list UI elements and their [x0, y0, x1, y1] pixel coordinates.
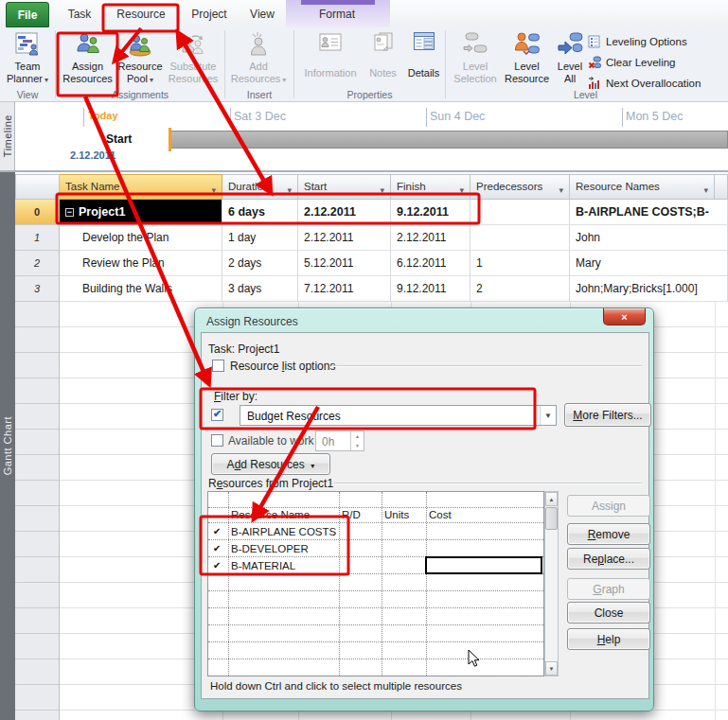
resources-cell[interactable]: Mary [570, 251, 728, 276]
replace-button[interactable]: Replace... [567, 548, 650, 570]
details-button[interactable]: Details [402, 29, 445, 88]
team-planner-button[interactable]: TeamPlanner▾ [1, 29, 54, 88]
spinner-down-icon[interactable]: ▼ [350, 441, 364, 450]
level-all-button[interactable]: LevelAll [552, 29, 588, 88]
tab-view[interactable]: View [239, 2, 286, 26]
column-filter-caret-icon[interactable]: ▾ [211, 185, 216, 195]
selected-cost-cell[interactable] [425, 556, 542, 574]
predecessors-cell[interactable]: 2 [471, 276, 570, 302]
grid-empty-row[interactable] [208, 659, 543, 676]
finish-cell[interactable]: 9.12.2011 [391, 276, 471, 302]
msproject-window: File Task Resource Project View Format [0, 0, 728, 720]
duration-cell[interactable]: 1 day [222, 225, 298, 251]
row-number[interactable]: 0 [15, 200, 60, 225]
leveling-options-icon [588, 35, 601, 48]
close-button[interactable]: Close [567, 602, 650, 623]
timeline-span-bar[interactable] [169, 131, 728, 149]
start-cell[interactable]: 5.12.2011 [298, 251, 391, 276]
column-header-predecessors[interactable]: Predecessors▾ [471, 174, 570, 200]
next-overallocation-icon [588, 77, 601, 90]
finish-cell[interactable]: 6.12.2011 [391, 251, 471, 276]
leveling-options-button[interactable]: Leveling Options [588, 32, 726, 50]
duration-cell[interactable]: 6 days [222, 200, 298, 225]
finish-cell[interactable]: 9.12.2011 [391, 200, 471, 225]
resources-cell[interactable]: John [570, 225, 728, 251]
start-cell[interactable]: 2.12.2011 [298, 200, 391, 225]
tab-task[interactable]: Task [55, 2, 104, 26]
row-number[interactable]: 1 [15, 225, 60, 251]
resource-name: B-DEVELOPER [231, 543, 309, 554]
task-cell[interactable]: Building the Walls [60, 276, 222, 302]
resources-cell[interactable]: B-AIRPLANE COSTS;B- [570, 200, 728, 225]
duration-cell[interactable]: 3 days [222, 276, 298, 302]
column-filter-caret-icon[interactable]: ▾ [703, 185, 708, 195]
assign-resources-button[interactable]: AssignResources [59, 29, 116, 88]
resources-cell[interactable]: John;Mary;Bricks[1.000] [570, 276, 728, 302]
scroll-down-icon[interactable]: ▼ [545, 661, 558, 676]
grid-empty-row[interactable] [208, 608, 543, 625]
column-filter-caret-icon[interactable]: ▾ [459, 185, 464, 195]
work-value: 0h [322, 435, 334, 448]
tab-project[interactable]: Project [180, 2, 239, 26]
available-to-work-checkbox[interactable] [211, 434, 223, 447]
assign-button: Assign [567, 495, 650, 517]
work-spinner[interactable]: 0h ▲ ▼ [315, 430, 364, 451]
close-icon[interactable]: × [603, 308, 646, 325]
resource-row[interactable]: ✔ B-DEVELOPER [208, 540, 543, 557]
spinner-up-icon[interactable]: ▲ [350, 431, 364, 441]
clear-leveling-button[interactable]: Clear Leveling [588, 53, 726, 71]
task-cell[interactable]: Review the Plan [60, 251, 222, 276]
resource-list-options-label[interactable]: Resource list options [230, 360, 335, 373]
available-to-work-label: Available to work [228, 434, 314, 448]
add-resources-dropdown-button[interactable]: Add Resources ▾ [211, 453, 330, 475]
column-filter-caret-icon[interactable]: ▾ [559, 185, 563, 195]
predecessors-cell[interactable] [471, 200, 570, 225]
column-header-task-name[interactable]: Task Name▾ [60, 174, 222, 200]
predecessors-cell[interactable]: 1 [471, 251, 570, 276]
resource-list-options-expander[interactable] [212, 360, 224, 372]
row-number[interactable]: 3 [15, 276, 60, 302]
predecessors-cell[interactable] [471, 225, 570, 251]
level-resource-button[interactable]: LevelResource [502, 29, 552, 88]
dialog-title[interactable]: Assign Resources [206, 315, 298, 328]
assign-resources-icon [59, 31, 116, 58]
start-cell[interactable]: 2.12.2011 [298, 225, 391, 251]
grid-scrollbar[interactable]: ▲ ▼ [544, 491, 559, 676]
grid-empty-row[interactable] [208, 625, 543, 642]
column-filter-caret-icon[interactable]: ▾ [287, 185, 292, 195]
grid-empty-row[interactable] [208, 591, 543, 608]
timeline-pane-label[interactable]: Timeline [0, 102, 15, 170]
column-header-resource-names[interactable]: Resource Names▾ [570, 174, 715, 200]
timeline-date: Mon 5 Dec [626, 110, 683, 123]
finish-cell[interactable]: 2.12.2011 [391, 225, 471, 251]
filter-by-checkbox[interactable] [211, 409, 223, 421]
timeline-today-marker [169, 128, 171, 151]
help-button[interactable]: Help [567, 628, 650, 650]
resource-row[interactable]: ✔ B-AIRPLANE COSTS [208, 523, 543, 540]
row-number[interactable]: 2 [15, 251, 60, 276]
duration-cell[interactable]: 2 days [222, 251, 298, 276]
tab-resource[interactable]: Resource [106, 2, 176, 26]
filter-combobox[interactable]: Budget Resources ▼ [240, 405, 557, 426]
column-header-start[interactable]: Start▾ [298, 174, 391, 200]
scrollbar-thumb[interactable] [545, 507, 558, 530]
tab-format[interactable]: Format [295, 2, 379, 26]
start-cell[interactable]: 7.12.2011 [298, 276, 391, 302]
collapse-expander-icon[interactable]: − [65, 208, 74, 217]
task-line: Task: Project1 [208, 342, 279, 356]
gantt-chart-pane-label[interactable]: Gantt Chart [0, 172, 15, 720]
tab-file[interactable]: File [6, 2, 49, 27]
resource-pool-button[interactable]: ResourcePool▾ [116, 29, 164, 88]
column-header-finish[interactable]: Finish▾ [391, 174, 471, 200]
more-filters-button[interactable]: More Filters... [564, 403, 651, 427]
task-cell[interactable]: −Project1 [60, 200, 222, 225]
task-cell[interactable]: Develop the Plan [60, 225, 222, 251]
level-selection-button: LevelSelection [449, 29, 502, 88]
column-filter-caret-icon[interactable]: ▾ [380, 185, 384, 195]
grid-empty-row[interactable] [208, 642, 543, 659]
grid-empty-row[interactable] [208, 574, 543, 591]
scroll-up-icon[interactable]: ▲ [545, 492, 558, 506]
combo-dropdown-icon[interactable]: ▼ [540, 406, 556, 425]
column-header-duration[interactable]: Duration▾ [222, 174, 298, 200]
remove-button[interactable]: Remove [567, 523, 650, 545]
